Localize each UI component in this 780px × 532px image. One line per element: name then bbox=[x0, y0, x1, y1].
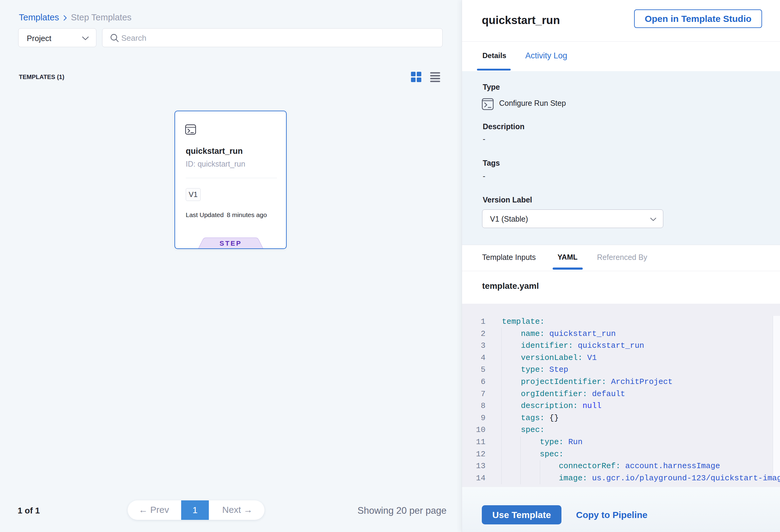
svg-text:STEP: STEP bbox=[220, 240, 242, 247]
